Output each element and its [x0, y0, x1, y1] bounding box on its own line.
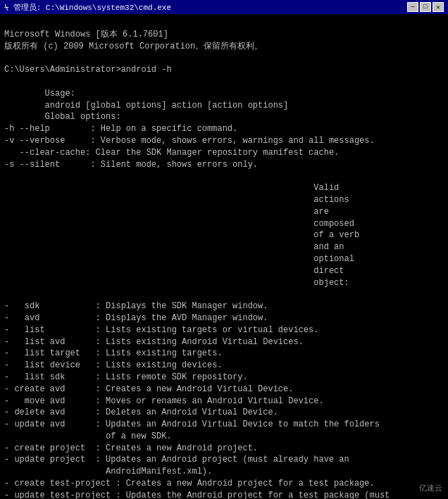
terminal-line: - list : Lists existing targets or virtu… [4, 324, 444, 336]
terminal-line: android [global options] action [action … [4, 100, 444, 112]
cmd-icon: ⍀ [4, 3, 9, 12]
terminal-line: - update test-project : Updates the Andr… [4, 490, 444, 499]
terminal-line: Microsoft Windows [版本 6.1.7601] [4, 29, 444, 41]
terminal-line: - avd : Displays the AVD Manager window. [4, 312, 444, 324]
terminal-line: - update project : Updates an Android pr… [4, 454, 444, 466]
terminal-line: object: [4, 277, 444, 289]
terminal-line: and an [4, 241, 444, 253]
terminal-line: - sdk : Displays the SDK Manager window. [4, 301, 444, 312]
terminal-line: 版权所有 (c) 2009 Microsoft Corporation。保留所有… [4, 41, 444, 53]
title-bar-title: 管理员: C:\Windows\system32\cmd.exe [13, 2, 171, 13]
terminal-line: Valid [4, 182, 444, 194]
terminal-line: Usage: [4, 88, 444, 100]
terminal-line: Global options: [4, 111, 444, 123]
title-bar-left: ⍀ 管理员: C:\Windows\system32\cmd.exe [4, 2, 171, 13]
terminal-line: of a verb [4, 229, 444, 241]
terminal-body: Microsoft Windows [版本 6.1.7601]版权所有 (c) … [0, 14, 448, 499]
maximize-button[interactable]: □ [420, 2, 431, 12]
terminal-line [4, 289, 444, 301]
title-bar: ⍀ 管理员: C:\Windows\system32\cmd.exe ─ □ ✕ [0, 0, 448, 14]
terminal-line: composed [4, 218, 444, 230]
watermark: 亿速云 [419, 483, 442, 493]
terminal-line: actions [4, 194, 444, 206]
terminal-line: -h --help : Help on a specific command. [4, 123, 444, 135]
minimize-button[interactable]: ─ [407, 2, 418, 12]
terminal-line: direct [4, 265, 444, 277]
terminal-line: - list sdk : Lists remote SDK repository… [4, 372, 444, 384]
terminal-line: - create test-project : Creates a new An… [4, 478, 444, 490]
terminal-line: - list avd : Lists existing Android Virt… [4, 336, 444, 348]
terminal-line: - list device : Lists existing devices. [4, 360, 444, 372]
terminal-line: -s --silent : Silent mode, shows errors … [4, 159, 444, 171]
terminal-line [4, 170, 444, 182]
terminal-line: of a new SDK. [4, 431, 444, 443]
terminal-line: AndroidManifest.xml). [4, 466, 444, 478]
terminal-line: C:\Users\Administrator>android -h [4, 64, 444, 76]
terminal-line: optional [4, 253, 444, 265]
terminal-line: - move avd : Moves or renames an Android… [4, 396, 444, 408]
close-button[interactable]: ✕ [433, 2, 444, 12]
terminal-line: -v --verbose : Verbose mode, shows error… [4, 135, 444, 147]
terminal-line: - delete avd : Deletes an Android Virtua… [4, 407, 444, 419]
terminal-line [4, 76, 444, 88]
terminal-line [4, 52, 444, 64]
terminal-line: - create project : Creates a new Android… [4, 443, 444, 455]
terminal-line: - update avd : Updates an Android Virtua… [4, 419, 444, 431]
title-bar-controls: ─ □ ✕ [407, 2, 444, 12]
terminal-line: are [4, 206, 444, 218]
terminal-line: - create avd : Creates a new Android Vir… [4, 384, 444, 396]
terminal-line: - list target : Lists existing targets. [4, 348, 444, 360]
terminal-line: --clear-cache: Clear the SDK Manager rep… [4, 147, 444, 159]
